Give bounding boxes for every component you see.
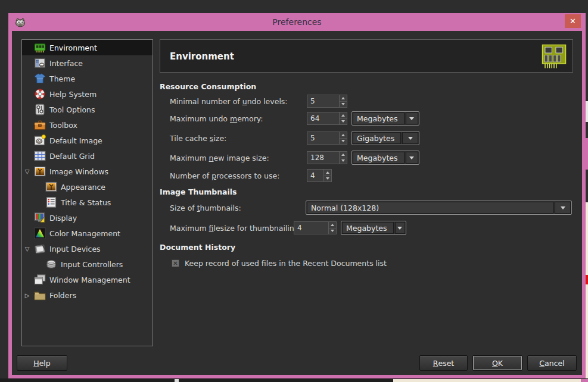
sidebar-item-input-devices[interactable]: ▽ Input Devices bbox=[22, 241, 153, 256]
spin-down-icon[interactable] bbox=[340, 158, 347, 164]
window-management-icon bbox=[34, 274, 46, 286]
ok-button[interactable]: OK bbox=[472, 355, 522, 371]
sidebar-item-label: Window Management bbox=[49, 275, 130, 284]
sidebar-item-label: Appearance bbox=[61, 183, 105, 192]
sidebar-item-label: Input Devices bbox=[49, 245, 101, 253]
background-window-sliver bbox=[586, 0, 588, 382]
row-thumbnail-size: Size of thumbnails: Normal (128x128) bbox=[170, 201, 572, 215]
row-keep-record: ✕ Keep record of used files in the Recen… bbox=[172, 256, 387, 270]
sidebar-item-appearance[interactable]: Appearance bbox=[22, 179, 153, 195]
keep-record-label: Keep record of used files in the Recent … bbox=[185, 259, 387, 268]
row-thumbnail-filesize: Maximum filesize for thumbnailing: 4 Meg… bbox=[170, 221, 406, 235]
spin-up-icon[interactable] bbox=[324, 170, 331, 176]
sidebar-item-folders[interactable]: ▷ Folders bbox=[22, 287, 153, 303]
chevron-down-icon[interactable] bbox=[555, 202, 571, 214]
new-image-size-unit-combo[interactable]: Megabytes bbox=[351, 151, 419, 165]
thumbnail-filesize-unit-combo[interactable]: Megabytes bbox=[341, 221, 406, 235]
row-undo-levels: Minimal number of undo levels: 5 bbox=[170, 94, 347, 108]
sidebar-item-label: Environment bbox=[49, 43, 97, 52]
chevron-down-icon[interactable] bbox=[406, 152, 418, 164]
sidebar-item-label: Input Controllers bbox=[61, 260, 123, 269]
spin-up-icon[interactable] bbox=[340, 152, 347, 158]
appearance-icon bbox=[45, 181, 57, 193]
spin-down-icon[interactable] bbox=[340, 101, 347, 108]
sidebar-item-interface[interactable]: Interface bbox=[22, 55, 153, 71]
thumbnail-size-combo[interactable]: Normal (128x128) bbox=[306, 201, 572, 215]
sidebar-item-label: Display bbox=[49, 214, 77, 223]
spin-up-icon[interactable] bbox=[329, 222, 336, 228]
spin-up-icon[interactable] bbox=[340, 132, 347, 138]
tile-cache-label: Tile cache size: bbox=[170, 134, 307, 143]
sidebar-item-label: Theme bbox=[49, 74, 75, 83]
sidebar-item-tool-options[interactable]: Tool Options bbox=[22, 102, 153, 117]
sidebar-item-label: Default Grid bbox=[49, 152, 95, 161]
window-title: Preferences bbox=[8, 17, 586, 27]
processors-spinner[interactable]: 4 bbox=[307, 169, 332, 182]
sidebar-item-label: Help System bbox=[49, 90, 97, 99]
memory-icon bbox=[34, 42, 46, 54]
spin-up-icon[interactable] bbox=[340, 95, 347, 101]
sidebar-item-label: Color Management bbox=[49, 229, 120, 238]
cancel-button[interactable]: Cancel bbox=[527, 355, 577, 371]
help-button[interactable]: Help bbox=[17, 355, 67, 371]
reset-button[interactable]: Reset bbox=[419, 355, 468, 371]
row-undo-memory: Maximum undo memory: 64 Megabytes bbox=[170, 111, 419, 126]
new-image-size-spinner[interactable]: 128 bbox=[307, 151, 347, 164]
sidebar-item-label: Toolbox bbox=[49, 121, 77, 130]
default-grid-icon bbox=[34, 150, 46, 162]
sidebar-item-help-system[interactable]: Help System bbox=[22, 86, 153, 102]
title-status-icon bbox=[45, 196, 57, 208]
spin-up-icon[interactable] bbox=[340, 112, 347, 118]
spin-down-icon[interactable] bbox=[324, 176, 331, 182]
sidebar-item-environment[interactable]: Environment bbox=[22, 40, 153, 55]
sidebar-item-label: Image Windows bbox=[49, 167, 108, 176]
color-management-icon bbox=[34, 227, 46, 239]
expander-icon[interactable]: ▷ bbox=[23, 292, 32, 299]
input-devices-icon bbox=[34, 243, 46, 255]
sidebar-item-default-image[interactable]: Default Image bbox=[22, 133, 153, 148]
toolbox-icon bbox=[34, 119, 46, 131]
sidebar-item-label: Interface bbox=[49, 59, 83, 68]
sidebar-item-label: Folders bbox=[49, 291, 76, 300]
chevron-down-icon[interactable] bbox=[402, 132, 418, 144]
expander-icon[interactable]: ▽ bbox=[23, 246, 32, 252]
preferences-dialog: Preferences ✕ Environment bbox=[8, 13, 586, 378]
dialog-content: Environment Interface Theme bbox=[12, 31, 582, 375]
thumbnail-filesize-spinner[interactable]: 4 bbox=[294, 221, 337, 234]
sidebar-item-display[interactable]: Display bbox=[22, 210, 153, 226]
display-icon bbox=[34, 212, 46, 224]
chevron-down-icon[interactable] bbox=[395, 222, 405, 234]
tile-cache-unit-combo[interactable]: Gigabytes bbox=[351, 131, 419, 145]
sidebar-item-title-status[interactable]: Title & Status bbox=[22, 195, 153, 210]
tool-options-icon bbox=[34, 104, 46, 115]
titlebar[interactable]: Preferences ✕ bbox=[8, 13, 586, 31]
close-button[interactable]: ✕ bbox=[565, 14, 581, 28]
sidebar-item-theme[interactable]: Theme bbox=[22, 71, 153, 86]
sidebar-item-input-controllers[interactable]: Input Controllers bbox=[22, 256, 153, 272]
undo-memory-unit-combo[interactable]: Megabytes bbox=[351, 111, 419, 126]
sidebar-item-image-windows[interactable]: ▽ Image Windows bbox=[22, 164, 153, 179]
background-bottom-strip bbox=[0, 378, 588, 382]
spin-down-icon[interactable] bbox=[340, 118, 347, 125]
undo-memory-label: Maximum undo memory: bbox=[170, 114, 307, 123]
sidebar-item-toolbox[interactable]: Toolbox bbox=[22, 117, 153, 133]
sidebar-item-label: Title & Status bbox=[61, 198, 111, 207]
memory-icon bbox=[540, 42, 568, 71]
undo-memory-spinner[interactable]: 64 bbox=[307, 112, 347, 125]
section-resource-consumption: Resource Consumption bbox=[160, 82, 256, 91]
interface-icon bbox=[34, 57, 46, 69]
expander-icon[interactable]: ▽ bbox=[23, 168, 32, 175]
row-new-image-size: Maximum new image size: 128 Megabytes bbox=[170, 151, 419, 165]
sidebar-item-window-management[interactable]: Window Management bbox=[22, 272, 153, 287]
sidebar-item-default-grid[interactable]: Default Grid bbox=[22, 148, 153, 164]
keep-record-checkbox[interactable]: ✕ bbox=[172, 259, 179, 267]
sidebar-item-color-management[interactable]: Color Management bbox=[22, 226, 153, 241]
tile-cache-spinner[interactable]: 5 bbox=[307, 131, 347, 145]
spin-down-icon[interactable] bbox=[340, 138, 347, 145]
undo-levels-spinner[interactable]: 5 bbox=[307, 95, 347, 108]
help-system-icon bbox=[34, 88, 46, 100]
input-controllers-icon bbox=[45, 258, 57, 270]
chevron-down-icon[interactable] bbox=[406, 112, 418, 124]
processors-label: Number of processors to use: bbox=[170, 171, 307, 180]
spin-down-icon[interactable] bbox=[329, 228, 336, 234]
